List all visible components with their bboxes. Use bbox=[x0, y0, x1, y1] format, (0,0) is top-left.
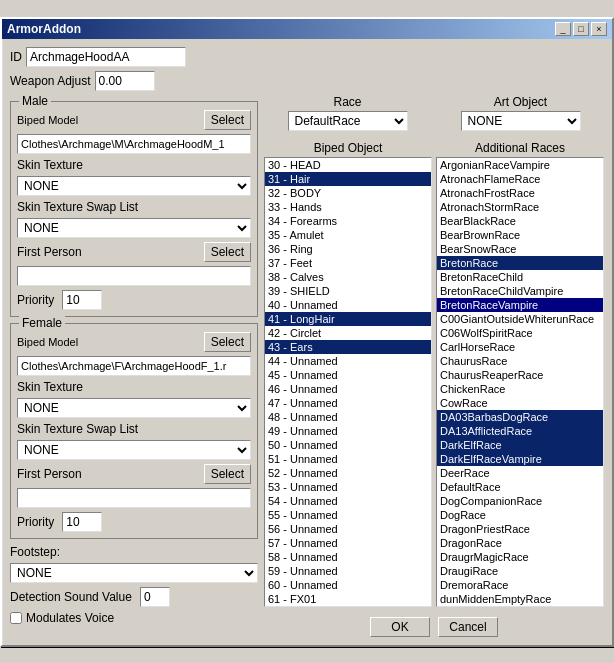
additional-race-item[interactable]: BretonRaceChildVampire bbox=[437, 284, 603, 298]
biped-object-item[interactable]: 61 - FX01 bbox=[265, 592, 431, 606]
additional-races-listbox[interactable]: ArgonianRaceVampireAtronachFlameRaceAtro… bbox=[436, 157, 604, 607]
additional-race-item[interactable]: dunMiddenEmptyRace bbox=[437, 592, 603, 606]
additional-race-item[interactable]: DarkElfRace bbox=[437, 438, 603, 452]
art-object-group: Art Object NONE bbox=[437, 95, 604, 131]
maximize-button[interactable]: □ bbox=[573, 22, 589, 36]
biped-object-item[interactable]: 52 - Unnamed bbox=[265, 466, 431, 480]
biped-object-item[interactable]: 32 - BODY bbox=[265, 186, 431, 200]
biped-object-item[interactable]: 33 - Hands bbox=[265, 200, 431, 214]
biped-object-item[interactable]: 42 - Circlet bbox=[265, 326, 431, 340]
biped-object-item[interactable]: 57 - Unnamed bbox=[265, 536, 431, 550]
biped-object-item[interactable]: 53 - Unnamed bbox=[265, 480, 431, 494]
additional-race-item[interactable]: ChaurusReaperRace bbox=[437, 368, 603, 382]
art-object-select[interactable]: NONE bbox=[461, 111, 581, 131]
detection-sound-input[interactable] bbox=[140, 587, 170, 607]
biped-object-item[interactable]: 37 - Feet bbox=[265, 256, 431, 270]
cancel-button[interactable]: Cancel bbox=[438, 617, 498, 637]
biped-object-item[interactable]: 59 - Unnamed bbox=[265, 564, 431, 578]
additional-race-item[interactable]: DogRace bbox=[437, 508, 603, 522]
additional-race-item[interactable]: DeerRace bbox=[437, 466, 603, 480]
additional-race-item[interactable]: DefaultRace bbox=[437, 480, 603, 494]
male-first-person-select-button[interactable]: Select bbox=[204, 242, 251, 262]
additional-race-item[interactable]: BearBlackRace bbox=[437, 214, 603, 228]
additional-race-item[interactable]: C06WolfSpiritRace bbox=[437, 326, 603, 340]
biped-object-item[interactable]: 34 - Forearms bbox=[265, 214, 431, 228]
additional-race-item[interactable]: AtronachFrostRace bbox=[437, 186, 603, 200]
additional-race-item[interactable]: BretonRaceChild bbox=[437, 270, 603, 284]
biped-object-item[interactable]: 60 - Unnamed bbox=[265, 578, 431, 592]
additional-race-item[interactable]: AtronachStormRace bbox=[437, 200, 603, 214]
female-skin-texture-dropdown-row: NONE bbox=[17, 398, 251, 418]
additional-race-item[interactable]: DragonPriestRace bbox=[437, 522, 603, 536]
female-skin-texture-select[interactable]: NONE bbox=[17, 398, 251, 418]
biped-object-item[interactable]: 58 - Unnamed bbox=[265, 550, 431, 564]
additional-race-item[interactable]: DraugrMagicRace bbox=[437, 550, 603, 564]
biped-object-item[interactable]: 40 - Unnamed bbox=[265, 298, 431, 312]
additional-race-item[interactable]: C00GiantOutsideWhiterunRace bbox=[437, 312, 603, 326]
biped-object-item[interactable]: 39 - SHIELD bbox=[265, 284, 431, 298]
male-biped-model-input[interactable] bbox=[17, 134, 251, 154]
female-first-person-input[interactable] bbox=[17, 488, 251, 508]
additional-race-item[interactable]: BearBrownRace bbox=[437, 228, 603, 242]
modulates-voice-checkbox[interactable] bbox=[10, 612, 22, 624]
female-first-person-select-button[interactable]: Select bbox=[204, 464, 251, 484]
minimize-button[interactable]: _ bbox=[555, 22, 571, 36]
female-skin-swap-select[interactable]: NONE bbox=[17, 440, 251, 460]
additional-race-item[interactable]: DA13AfflictedRace bbox=[437, 424, 603, 438]
male-skin-swap-select[interactable]: NONE bbox=[17, 218, 251, 238]
additional-race-item[interactable]: CowRace bbox=[437, 396, 603, 410]
biped-object-item[interactable]: 54 - Unnamed bbox=[265, 494, 431, 508]
ok-button[interactable]: OK bbox=[370, 617, 430, 637]
footstep-label: Footstep: bbox=[10, 545, 60, 559]
additional-race-item[interactable]: DremoraRace bbox=[437, 578, 603, 592]
weapon-adjust-input[interactable] bbox=[95, 71, 155, 91]
biped-object-item[interactable]: 46 - Unnamed bbox=[265, 382, 431, 396]
additional-race-item[interactable]: AtronachFlameRace bbox=[437, 172, 603, 186]
additional-race-item[interactable]: BretonRaceVampire bbox=[437, 298, 603, 312]
male-first-person-input[interactable] bbox=[17, 266, 251, 286]
female-biped-model-input[interactable] bbox=[17, 356, 251, 376]
additional-race-item[interactable]: BearSnowRace bbox=[437, 242, 603, 256]
additional-race-item[interactable]: DogCompanionRace bbox=[437, 494, 603, 508]
additional-race-item[interactable]: DA03BarbasDogRace bbox=[437, 410, 603, 424]
biped-object-item[interactable]: 43 - Ears bbox=[265, 340, 431, 354]
additional-race-item[interactable]: ArgonianRaceVampire bbox=[437, 158, 603, 172]
detection-sound-row: Detection Sound Value bbox=[10, 587, 258, 607]
female-biped-model-select-button[interactable]: Select bbox=[204, 332, 251, 352]
biped-object-item[interactable]: 44 - Unnamed bbox=[265, 354, 431, 368]
additional-race-item[interactable]: ChaurusRace bbox=[437, 354, 603, 368]
close-button[interactable]: × bbox=[591, 22, 607, 36]
male-priority-input[interactable] bbox=[62, 290, 102, 310]
female-priority-input[interactable] bbox=[62, 512, 102, 532]
biped-object-item[interactable]: 45 - Unnamed bbox=[265, 368, 431, 382]
additional-race-item[interactable]: DraugiRace bbox=[437, 564, 603, 578]
biped-object-item[interactable]: 31 - Hair bbox=[265, 172, 431, 186]
additional-race-item[interactable]: CarlHorseRace bbox=[437, 340, 603, 354]
biped-object-item[interactable]: 51 - Unnamed bbox=[265, 452, 431, 466]
footstep-select[interactable]: NONE bbox=[10, 563, 258, 583]
additional-race-item[interactable]: DarkElfRaceVampire bbox=[437, 452, 603, 466]
additional-race-item[interactable]: DragonRace bbox=[437, 536, 603, 550]
biped-object-item[interactable]: 35 - Amulet bbox=[265, 228, 431, 242]
biped-object-item[interactable]: 48 - Unnamed bbox=[265, 410, 431, 424]
biped-object-item[interactable]: 30 - HEAD bbox=[265, 158, 431, 172]
biped-object-listbox[interactable]: 30 - HEAD31 - Hair32 - BODY33 - Hands34 … bbox=[264, 157, 432, 607]
biped-object-item[interactable]: 49 - Unnamed bbox=[265, 424, 431, 438]
biped-object-label: Biped Object bbox=[264, 141, 432, 155]
biped-object-item[interactable]: 36 - Ring bbox=[265, 242, 431, 256]
biped-object-item[interactable]: 56 - Unnamed bbox=[265, 522, 431, 536]
additional-race-item[interactable]: ChickenRace bbox=[437, 382, 603, 396]
biped-object-item[interactable]: 41 - LongHair bbox=[265, 312, 431, 326]
race-select[interactable]: DefaultRace bbox=[288, 111, 408, 131]
biped-object-item[interactable]: 38 - Calves bbox=[265, 270, 431, 284]
male-skin-texture-select[interactable]: NONE bbox=[17, 176, 251, 196]
biped-object-item[interactable]: 55 - Unnamed bbox=[265, 508, 431, 522]
id-input[interactable] bbox=[26, 47, 186, 67]
male-biped-model-select-button[interactable]: Select bbox=[204, 110, 251, 130]
biped-object-item[interactable]: 47 - Unnamed bbox=[265, 396, 431, 410]
female-biped-model-row: Biped Model Select bbox=[17, 332, 251, 352]
detection-sound-label: Detection Sound Value bbox=[10, 590, 132, 604]
biped-object-item[interactable]: 50 - Unnamed bbox=[265, 438, 431, 452]
additional-race-item[interactable]: BretonRace bbox=[437, 256, 603, 270]
race-label: Race bbox=[333, 95, 361, 109]
